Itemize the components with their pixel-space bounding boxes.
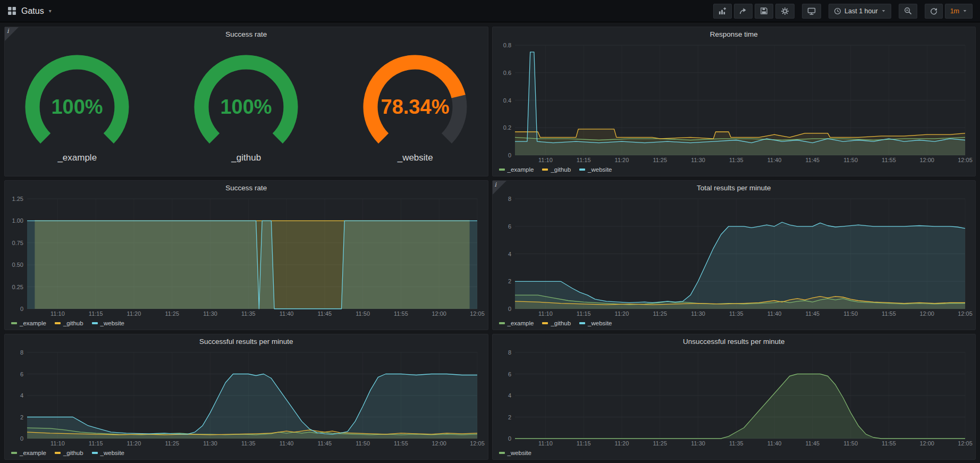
time-range-picker-label: Last 1 hour [844, 7, 878, 15]
save-dashboard-button[interactable] [755, 4, 773, 19]
chart-success-rate[interactable]: 11:1011:1511:2011:2511:3011:3511:4011:45… [5, 195, 488, 318]
x-tick-label: 11:25 [165, 440, 179, 447]
legend-swatch [579, 169, 585, 171]
y-tick-label: 2 [508, 414, 511, 420]
panel-title-total-results-per-minute[interactable]: Total results per minute [493, 181, 976, 195]
x-tick-label: 11:55 [882, 440, 896, 447]
gauge-arc-github: 100% [177, 54, 315, 151]
dashboard-settings-button[interactable] [775, 4, 795, 19]
x-tick-label: 11:25 [653, 440, 667, 447]
refresh-icon [930, 7, 937, 15]
x-tick-label: 12:05 [958, 310, 973, 317]
x-tick-label: 11:25 [653, 310, 667, 317]
chart-unsuccessful-results-per-minute[interactable]: 11:1011:1511:2011:2511:3011:3511:4011:45… [493, 348, 976, 448]
caret-down-icon [962, 9, 967, 13]
panel-info-corner[interactable]: i [5, 27, 19, 41]
legend-item-website[interactable]: _website [92, 450, 124, 456]
y-tick-label: 2 [20, 414, 23, 420]
y-tick-label: 1.00 [12, 217, 23, 224]
legend-item-website[interactable]: _website [499, 450, 531, 456]
x-tick-label: 12:05 [958, 157, 973, 163]
panel-title-success-rate[interactable]: Success rate [5, 181, 488, 195]
dashboard-title[interactable]: Gatus [21, 6, 44, 16]
series-line-website [515, 374, 965, 439]
x-tick-label: 11:20 [614, 157, 629, 163]
legend-item-website[interactable]: _website [579, 166, 612, 173]
x-tick-label: 11:35 [729, 157, 743, 163]
panel-title-successful-results-per-minute[interactable]: Successful results per minute [5, 334, 488, 348]
panel-total-results-per-minute-3: Total results per minutei11:1011:1511:20… [492, 180, 976, 330]
time-range-picker-button[interactable]: Last 1 hour [829, 4, 891, 19]
y-tick-label: 0 [508, 435, 511, 442]
dashboard-title-caret-icon[interactable]: ▾ [49, 8, 52, 14]
chart-plot-area[interactable]: 11:1011:1511:2011:2511:3011:3511:4011:45… [493, 41, 976, 165]
dashboards-grid-icon[interactable] [7, 6, 16, 15]
y-tick-label: 0 [508, 152, 511, 158]
x-tick-label: 11:45 [805, 157, 820, 163]
x-tick-label: 11:55 [882, 310, 896, 317]
x-tick-label: 11:15 [89, 310, 103, 317]
legend-item-example[interactable]: _example [499, 166, 534, 173]
x-tick-label: 11:50 [843, 440, 858, 447]
chart-response-time[interactable]: 11:1011:1511:2011:2511:3011:3511:4011:45… [493, 41, 976, 165]
legend-item-github[interactable]: _github [55, 450, 83, 456]
refresh-interval-button[interactable]: 1m [945, 4, 973, 19]
series-fill-website [27, 374, 477, 439]
gauge-value-text: 78.34% [381, 96, 450, 118]
panel-title-response-time[interactable]: Response time [493, 27, 976, 41]
chart-total-results-per-minute[interactable]: 11:1011:1511:2011:2511:3011:3511:4011:45… [493, 195, 976, 318]
panel-unsuccessful-results-per-minute-5: Unsuccessful results per minute11:1011:1… [492, 334, 976, 460]
gauge-example: 100%_example [8, 54, 146, 163]
cycle-view-mode-button[interactable] [802, 4, 821, 19]
legend-item-example[interactable]: _example [499, 320, 534, 326]
y-tick-label: 0.50 [12, 262, 23, 268]
legend-item-github[interactable]: _github [542, 166, 571, 173]
chart-plot-area[interactable]: 11:1011:1511:2011:2511:3011:3511:4011:45… [5, 195, 488, 318]
legend-item-example[interactable]: _example [11, 450, 46, 456]
chart-plot-area[interactable]: 11:1011:1511:2011:2511:3011:3511:4011:45… [5, 348, 488, 448]
navbar-left: Gatus ▾ [7, 6, 52, 16]
series-fill-website [515, 222, 965, 309]
legend-item-website[interactable]: _website [579, 320, 612, 326]
bar-chart-plus-icon [719, 7, 726, 15]
legend-series-name: _website [508, 450, 531, 456]
x-tick-label: 11:50 [356, 310, 370, 317]
add-panel-button[interactable] [713, 4, 732, 19]
x-tick-label: 11:10 [50, 310, 65, 317]
y-tick-label: 6 [508, 223, 511, 230]
legend-swatch [499, 169, 505, 171]
chart-successful-results-per-minute[interactable]: 11:1011:1511:2011:2511:3011:3511:4011:45… [5, 348, 488, 448]
legend-swatch [579, 322, 585, 324]
legend-series-name: _website [100, 450, 124, 456]
x-tick-label: 11:30 [203, 310, 217, 317]
legend-item-github[interactable]: _github [55, 320, 83, 326]
panel-response-time-1: Response time11:1011:1511:2011:2511:3011… [492, 27, 976, 176]
x-tick-label: 11:35 [241, 440, 256, 447]
share-arrow-icon [739, 7, 747, 15]
panel-title-success-rate[interactable]: Success rate [5, 27, 488, 41]
y-tick-label: 8 [508, 196, 511, 202]
gauge-series-label: _example [57, 153, 97, 163]
legend-series-name: _website [588, 166, 612, 173]
gauge-value-text: 100% [52, 96, 103, 118]
dashboard-grid: Success ratei100%_example100%_github78.3… [0, 22, 980, 462]
legend-swatch [11, 452, 17, 454]
chart-plot-area[interactable]: 11:1011:1511:2011:2511:3011:3511:4011:45… [493, 195, 976, 318]
y-tick-label: 8 [20, 349, 23, 356]
share-dashboard-button[interactable] [734, 4, 753, 19]
x-tick-label: 11:15 [89, 440, 103, 447]
gear-icon [781, 7, 789, 15]
chart-plot-area[interactable]: 11:1011:1511:2011:2511:3011:3511:4011:45… [493, 348, 976, 448]
zoom-out-time-range-button[interactable] [899, 4, 917, 19]
legend-item-website[interactable]: _website [92, 320, 124, 326]
panel-title-unsuccessful-results-per-minute[interactable]: Unsuccessful results per minute [493, 334, 976, 348]
legend-item-example[interactable]: _example [11, 320, 46, 326]
x-tick-label: 11:35 [241, 310, 256, 317]
refresh-dashboard-button[interactable] [925, 4, 943, 19]
legend-item-github[interactable]: _github [542, 320, 571, 326]
x-tick-label: 12:05 [958, 440, 973, 447]
gauge-arc-example: 100% [8, 54, 146, 151]
x-tick-label: 11:15 [576, 310, 590, 317]
panel-info-corner[interactable]: i [493, 181, 506, 195]
y-tick-label: 8 [508, 349, 511, 356]
